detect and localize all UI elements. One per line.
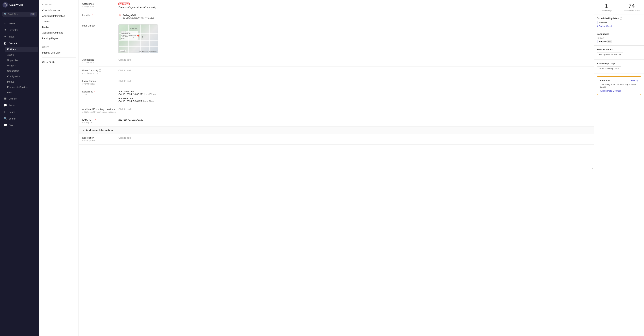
right-panel: 1 Live Listings 74 Users with Access Sch… xyxy=(594,0,644,336)
right-panel-toggle[interactable]: ‹ xyxy=(591,165,594,171)
event-status-value[interactable]: Click to add xyxy=(118,80,131,82)
content-nav-media[interactable]: Media xyxy=(39,24,78,30)
nav-label-social: Social xyxy=(9,104,15,107)
add-knowledge-tags-button[interactable]: Add Knowledge Tags xyxy=(597,66,621,71)
sidebar-nav: ⌂ Home ★ Favorites ✉ Inbox ◧ Content Ent… xyxy=(0,18,39,336)
inbox-icon: ✉ xyxy=(4,35,7,38)
field-label-location-col: Location * xyxy=(82,14,118,16)
location-pin-icon: 📍 xyxy=(118,14,122,17)
nav-item-search[interactable]: 🔍 Search xyxy=(1,115,38,122)
nav-item-inbox[interactable]: ✉ Inbox xyxy=(1,33,38,40)
language-name: English xyxy=(599,40,607,43)
nav-label-favorites: Favorites xyxy=(9,29,18,31)
subnav-products-services[interactable]: Products & Services xyxy=(5,85,38,90)
quick-find-label: Quick Find xyxy=(8,13,29,15)
social-icon: 💬 xyxy=(4,104,7,107)
app-title: Galaxy Grill xyxy=(10,3,24,6)
pages-icon: 🗋 xyxy=(4,110,7,114)
content-nav-other-fields[interactable]: Other Fields xyxy=(39,59,78,65)
field-value-additional-promoting[interactable]: Click to add xyxy=(118,108,590,111)
back-button[interactable]: ← xyxy=(34,3,37,6)
field-value-event-status[interactable]: Click to add xyxy=(118,80,590,82)
nav-label-content: Content xyxy=(9,42,17,45)
subnav-suggestions[interactable]: Suggestions xyxy=(5,57,38,63)
category-badge-row: PRIMARY xyxy=(118,2,590,5)
additional-promoting-value[interactable]: Click to add xyxy=(118,108,131,111)
field-value-map-marker: W 15th St 9th Ave 9/11 Museum Workshop: … xyxy=(118,24,590,53)
search-icon: 🔍 xyxy=(4,13,7,15)
nav-item-chat[interactable]: 💭 Chat xyxy=(1,122,38,129)
field-row-description: Description description Click to add xyxy=(79,134,594,145)
datetime-end-tz: (Local Time) xyxy=(142,100,154,103)
attendance-value[interactable]: Click to add xyxy=(118,58,131,61)
live-listings-label: Live Listings xyxy=(597,9,616,12)
description-value[interactable]: Click to add xyxy=(118,137,131,139)
field-label-location: Location * xyxy=(82,14,118,16)
subnav-widgets[interactable]: Widgets xyxy=(5,63,38,68)
field-label-date-time: Date/Time * xyxy=(82,90,118,93)
licenses-history-link[interactable]: History xyxy=(631,79,638,82)
content-nav-internal-use-only[interactable]: Internal Use Only xyxy=(39,50,78,55)
subnav-assets[interactable]: Assets xyxy=(5,52,38,57)
field-key-description: description xyxy=(82,140,118,142)
field-value-date-time: Start Date/Time Oct 10, 2024, 10:00 AM (… xyxy=(118,90,590,103)
field-label-map-marker-col: Map Marker xyxy=(82,24,118,27)
content-nav-tickets[interactable]: Tickets xyxy=(39,19,78,24)
entity-id-info-icon[interactable]: i xyxy=(92,119,94,121)
map-road-5 xyxy=(140,24,141,53)
entity-id-required: * xyxy=(95,118,96,121)
map-container[interactable]: W 15th St 9th Ave 9/11 Museum Workshop: … xyxy=(118,24,158,53)
language-code-badge: en xyxy=(607,40,612,43)
users-with-access-number: 74 xyxy=(622,3,641,9)
nav-label-pages: Pages xyxy=(9,111,15,113)
assign-more-licenses-link[interactable]: Assign More Licenses xyxy=(600,90,621,92)
subnav-entities[interactable]: Entities xyxy=(5,47,38,52)
field-label-attendance: Attendance xyxy=(82,58,118,61)
section-toggle-additional-info[interactable]: ▼ xyxy=(82,129,84,131)
nav-item-social[interactable]: 💬 Social xyxy=(1,102,38,109)
nav-item-content[interactable]: ◧ Content xyxy=(1,40,38,46)
licenses-header: Licenses History xyxy=(600,79,638,82)
field-row-additional-promoting: Additional Promoting Locations additiona… xyxy=(79,105,594,116)
quick-find[interactable]: 🔍 Quick Find ⌘ K xyxy=(2,12,37,16)
map-road-3 xyxy=(118,46,158,47)
map-street-label-2: 9th Ave xyxy=(141,36,143,41)
left-sidebar: ✶ Galaxy Grill ← 🔍 Quick Find ⌘ K ⌂ Home… xyxy=(0,0,39,336)
nav-item-listings[interactable]: ☰ Listings xyxy=(1,95,38,102)
field-value-attendance[interactable]: Click to add xyxy=(118,58,590,61)
event-capacity-info-icon[interactable]: i xyxy=(99,69,101,72)
field-value-description[interactable]: Click to add xyxy=(118,137,590,139)
map-pin: 📍 xyxy=(136,34,140,39)
manage-feature-packs-button[interactable]: Manage Feature Packs xyxy=(597,52,623,57)
nav-label-home: Home xyxy=(9,22,15,25)
content-nav-additional-information[interactable]: Additional Information xyxy=(39,13,78,19)
scheduled-updates-info-icon[interactable]: i xyxy=(620,17,622,20)
favorites-icon: ★ xyxy=(4,28,7,31)
event-capacity-value[interactable]: Click to add xyxy=(118,69,131,72)
field-key-additional-promoting: additionalPromotingLocations xyxy=(82,111,118,113)
additional-info-section-header: ▼ Additional Information xyxy=(79,127,594,134)
nav-item-favorites[interactable]: ★ Favorites xyxy=(1,27,38,33)
content-nav-core-information[interactable]: Core Information xyxy=(39,7,78,13)
content-nav-additional-attributes[interactable]: Additional Attributes xyxy=(39,30,78,35)
language-row: English en xyxy=(597,40,641,43)
subnav-bios[interactable]: Bios xyxy=(5,90,38,95)
add-update-link[interactable]: + Add an Update xyxy=(597,25,641,27)
subnav-connectors[interactable]: Connectors xyxy=(5,68,38,74)
field-key-date-time: time xyxy=(82,93,118,96)
nav-divider xyxy=(42,43,76,43)
field-value-event-capacity[interactable]: Click to add xyxy=(118,69,590,72)
field-key-entity-id: entityId xyxy=(82,122,118,124)
subnav-configuration[interactable]: Configuration xyxy=(5,74,38,79)
users-with-access-stat[interactable]: 74 Users with Access xyxy=(619,3,644,12)
field-label-map-marker: Map Marker xyxy=(82,24,118,27)
location-row: 📍 Galaxy Grill 61 9th Ave, New York, NY … xyxy=(118,14,590,19)
field-label-event-capacity-col: Event Capacity i eventCapacity xyxy=(82,69,118,74)
subnav-menus[interactable]: Menus xyxy=(5,79,38,84)
content-nav-landing-pages[interactable]: Landing Pages xyxy=(39,35,78,41)
nav-item-pages[interactable]: 🗋 Pages xyxy=(1,109,38,115)
field-row-attendance: Attendance attendance Click to add xyxy=(79,56,594,66)
nav-item-home[interactable]: ⌂ Home xyxy=(1,20,38,26)
scheduled-present-text: Present xyxy=(599,21,608,24)
field-row-event-capacity: Event Capacity i eventCapacity Click to … xyxy=(79,66,594,77)
